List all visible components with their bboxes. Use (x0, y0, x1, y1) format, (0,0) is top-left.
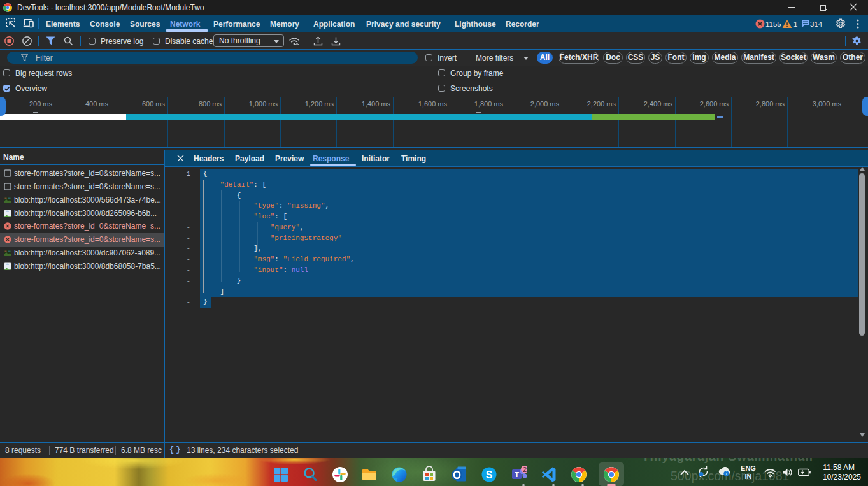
svg-text:S: S (486, 469, 493, 480)
svg-text:T: T (515, 471, 519, 478)
svg-text:2: 2 (523, 466, 527, 473)
svg-text:i: i (725, 471, 727, 476)
